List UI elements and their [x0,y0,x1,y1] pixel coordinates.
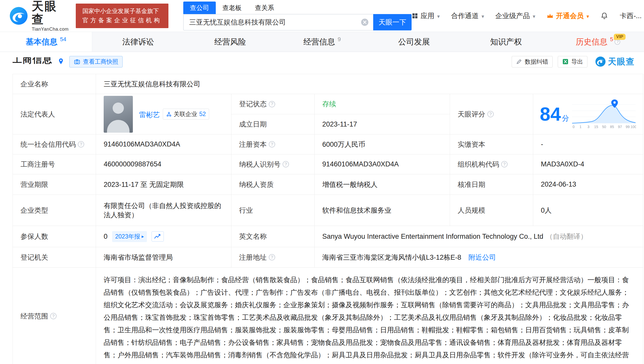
help-icon[interactable] [487,111,494,117]
field-label-reg-authority: 登记机关 [13,247,96,268]
svg-text:99: 99 [626,125,630,129]
brand-domain: TianYanCha.com [32,27,69,32]
vip-badge: VIP [614,34,625,40]
excel-icon [562,58,569,65]
chevron-down-icon [532,12,535,20]
field-value-paid-capital: - [533,134,643,154]
search-tabs: 查公司 查老板 查关系 [183,2,412,14]
export-button[interactable]: 导出 [558,56,587,67]
legal-rep-name-link[interactable]: 雷彬艺 [139,111,160,119]
tab-basic-info[interactable]: 基本信息 54 [0,32,92,52]
search-tab-relation[interactable]: 查关系 [248,2,281,14]
chevron-down-icon [586,12,589,20]
field-label-legal-rep: 法定代表人 [13,94,96,134]
tianyancha-logo[interactable]: 天眼查 TianYanCha.com [9,0,69,32]
search-input[interactable] [184,14,373,30]
menu-cooperation[interactable]: 合作通道 [451,11,484,20]
field-value-reg-address: 海南省三亚市海棠区龙海风情小镇L3-12栋E-8 附近公司 [315,247,643,268]
field-value-taxpayer-id: 91460106MAD3A0XD4A [315,154,450,174]
field-label-establish-date: 成立日期 [231,114,315,134]
field-label-reg-status: 登记状态 [231,94,315,114]
tab-history-info[interactable]: VIP 历史信息 5 [552,32,644,52]
trend-chart-button[interactable] [152,231,164,242]
pin-icon [57,58,65,65]
tianyancha-logo-icon [595,56,606,67]
menu-enterprise-products[interactable]: 企业级产品 [495,11,535,20]
business-info-table: 企业名称 三亚无忧互娱信息科技有限公司 法定代表人 雷彬艺 关联企业 52 登记… [13,74,643,364]
field-label-company-type: 企业类型 [13,195,96,226]
field-value-tyc-score: 84 分 0 1 3 15 50 85 97 99 100 [533,94,643,134]
help-icon[interactable] [78,141,84,147]
gov-badge-line2: 官方备案企业征信机构 [82,16,162,25]
related-companies-badge[interactable]: 关联企业 52 [163,109,209,120]
tab-count: 5 [610,36,613,43]
score-link[interactable]: 84 分 [540,105,569,124]
help-icon[interactable] [269,141,275,147]
field-value-insured-count: 0 2023年报 [96,226,231,247]
menu-apps[interactable]: 应用 [412,11,440,20]
svg-text:0: 0 [573,125,575,129]
field-value-company-type: 有限责任公司（非自然人投资或控股的法人独资） [96,195,231,226]
field-value-establish-date: 2023-11-17 [315,114,450,134]
snapshot-button[interactable]: 查看工商快照 [69,56,123,67]
field-value-company-name: 三亚无忧互娱信息科技有限公司 [96,74,643,94]
field-value-industry: 软件和信息技术服务业 [315,195,450,226]
field-label-taxpayer-id: 纳税人识别号 [231,154,315,174]
svg-text:15: 15 [594,125,598,129]
help-icon[interactable] [50,313,57,319]
help-icon[interactable] [269,254,275,260]
field-value-org-code: MAD3A0XD-4 [533,154,643,174]
search-tab-boss[interactable]: 查老板 [216,2,248,14]
tab-count: 9 [338,36,341,43]
svg-text:3: 3 [587,125,589,129]
tianyancha-logo-icon [9,6,28,26]
notification-bell-icon[interactable] [600,12,608,20]
username[interactable]: 卡西-... [620,11,642,20]
tab-legal-proceedings[interactable]: 法律诉讼 [92,32,184,52]
field-label-business-term: 营业期限 [13,174,96,195]
menu-vip-upgrade[interactable]: 开通会员 [546,11,589,20]
field-label-industry: 行业 [231,195,315,226]
search-button[interactable]: 天眼一下 [373,14,412,30]
field-value-reg-number: 460000009887654 [96,154,231,174]
field-label-tyc-score: 天眼评分 [450,94,533,134]
field-label-paid-capital: 实缴资本 [450,134,533,154]
field-value-reg-authority: 海南省市场监督管理局 [96,247,231,268]
tab-business-info[interactable]: 经营信息 9 [276,32,368,52]
brand-name: 天眼查 [32,0,69,26]
header-menu: 应用 合作通道 企业级产品 开通会员 卡西-... [412,11,642,20]
help-icon[interactable] [283,161,289,167]
svg-text:97: 97 [618,125,622,129]
field-value-approval-date: 2024-06-13 [533,174,643,195]
chevron-down-icon [481,12,484,20]
field-label-org-code: 组织机构代码 [450,154,533,174]
field-value-legal-rep: 雷彬艺 关联企业 52 [96,94,231,134]
help-icon[interactable] [501,161,508,167]
field-value-english-name: Sanya Wuyou Interactive Entertainment In… [315,226,643,247]
search-block: 查公司 查老板 查关系 天眼一下 [183,2,412,30]
tab-intellectual-property[interactable]: 知识产权 [460,32,552,52]
score-distribution-chart: 0 1 3 15 50 85 97 99 100 [572,99,636,130]
tab-company-development[interactable]: 公司发展 [368,32,460,52]
nearby-companies-link[interactable]: 附近公司 [468,253,496,262]
grid-icon [412,13,418,19]
tab-business-risk[interactable]: 经营风险 [184,32,276,52]
gov-badge: 国家中小企业发展子基金旗下 官方备案企业征信机构 [76,4,168,28]
field-value-taxpayer-qualification: 增值税一般纳税人 [315,174,450,195]
section-title: 工商信息 [13,57,52,66]
legal-rep-photo[interactable] [104,96,133,133]
chevron-down-icon [437,12,440,20]
camera-icon [74,58,80,65]
field-label-insured-count: 参保人数 [13,226,96,247]
clear-icon[interactable] [360,18,369,27]
annual-report-link[interactable]: 2023年报 [112,231,147,242]
tianyancha-watermark-logo: 天眼查 [595,56,635,67]
data-correction-button[interactable]: 数据纠错 [512,56,553,67]
help-icon[interactable] [269,101,275,107]
business-info-toolbar: 工商信息 查看工商快照 数据纠错 导出 天眼查 [13,54,635,69]
search-input-wrap [183,14,373,30]
field-label-english-name: 英文名称 [231,226,315,247]
field-value-staff-size: 0人 [533,195,643,226]
network-icon [166,111,172,117]
search-tab-company[interactable]: 查公司 [183,2,216,14]
